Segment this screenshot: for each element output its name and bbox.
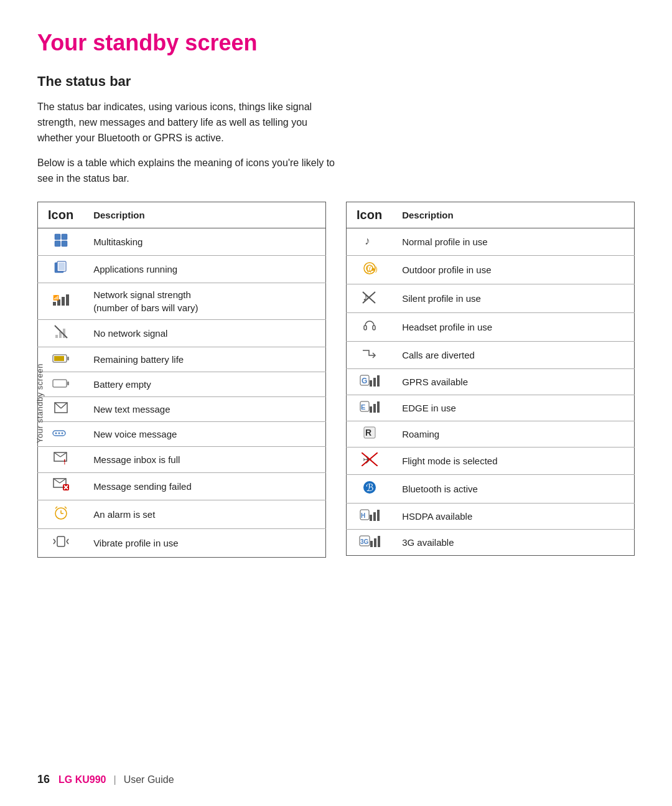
svg-text:ℬ: ℬ [366,482,374,493]
svg-text:E: E [361,403,365,411]
icon-cell [38,319,84,347]
description-cell: Message sending failed [83,472,325,500]
svg-rect-61 [377,375,380,387]
icon-cell [38,472,84,500]
description-cell: Flight mode is selected [392,447,634,474]
svg-point-25 [55,432,57,434]
svg-text:📶: 📶 [53,294,59,301]
table-row: No network signal [38,319,326,347]
table-row: Vibrate profile in use [38,528,326,557]
svg-rect-6 [58,263,65,270]
svg-line-44 [54,539,55,541]
table-row: ♪ Normal profile in use [347,228,635,255]
icon-cell [38,421,84,446]
table-row: G GPRS available [347,368,635,395]
svg-text:!: ! [63,458,66,464]
table-row: ((●)) Outdoor profile in use [347,255,635,284]
svg-rect-12 [55,335,58,338]
table-row: H HSDPA available [347,503,635,529]
table-row: R Roaming [347,421,635,447]
svg-line-47 [67,541,68,544]
icon-cell: G [347,368,393,395]
icon-cell [347,312,393,341]
svg-text:G: G [362,377,367,385]
table-row: ✈ Flight mode is selected [347,447,635,474]
icon-cell [38,255,84,283]
table-row: ! Message inbox is full [38,446,326,472]
footer-separator: | [114,774,116,785]
table-row: Applications running [38,255,326,283]
svg-rect-66 [377,401,380,413]
description-cell: EDGE in use [392,395,634,421]
table-row: ♪ Silent profile in use [347,284,635,312]
svg-rect-82 [374,538,376,547]
svg-rect-64 [370,406,372,413]
svg-line-41 [55,507,57,508]
svg-rect-56 [373,326,375,330]
description-cell: New text message [83,396,325,421]
table-row: 📶 Network signal strength(number of bars… [38,283,326,319]
svg-rect-1 [62,234,67,240]
description-cell: Calls are diverted [392,341,634,368]
svg-rect-20 [67,382,69,385]
table-row: Headset profile in use [347,312,635,341]
description-cell: HSDPA available [392,503,634,529]
svg-rect-17 [54,356,64,361]
icon-cell [38,228,84,255]
svg-text:3G: 3G [360,538,369,545]
table1-col1-header: Icon [38,202,84,228]
svg-rect-78 [377,510,380,521]
description-cell: Multitasking [83,228,325,255]
svg-rect-19 [53,380,67,387]
svg-rect-65 [373,404,376,413]
table-row: New voice message [38,421,326,446]
icon-cell [38,347,84,372]
svg-rect-59 [370,380,372,387]
sidebar-label: Your standby screen [35,363,44,443]
icon-cell: E [347,395,393,421]
svg-rect-76 [370,515,372,521]
svg-rect-0 [55,234,60,240]
svg-text:H: H [361,512,365,519]
svg-rect-2 [55,241,60,246]
icon-cell: ! [38,446,84,472]
svg-point-27 [61,432,63,434]
icon-cell [38,396,84,421]
icon-table-right: Icon Description ♪ Normal profile in use… [346,202,635,556]
svg-rect-43 [57,537,65,546]
icon-cell [38,372,84,396]
description-cell: Message inbox is full [83,446,325,472]
svg-line-29 [54,452,60,457]
icon-cell [38,528,84,557]
icon-cell [347,341,393,368]
tables-container: Icon Description Multitasking Applicatio… [37,202,635,558]
description-cell: Normal profile in use [392,228,634,255]
table2-col1-header: Icon [347,202,393,228]
icon-cell: 📶 [38,283,84,319]
svg-text:R: R [365,428,371,438]
description-cell: Vibrate profile in use [83,528,325,557]
section-title: The status bar [37,73,635,90]
table-row: Calls are diverted [347,341,635,368]
description-cell: Bluetooth is active [392,474,634,503]
description-cell: Applications running [83,255,325,283]
icon-cell: ((●)) [347,255,393,284]
svg-point-26 [58,432,60,434]
footer-page-number: 16 [37,773,50,786]
svg-line-42 [65,507,67,508]
description-cell: Roaming [392,421,634,447]
svg-line-45 [54,541,55,544]
svg-rect-83 [378,536,380,547]
icon-cell: 3G [347,529,393,555]
description-cell: 3G available [392,529,634,555]
svg-line-30 [60,452,67,457]
intro-paragraph-1: The status bar indicates, using various … [37,100,336,146]
table-row: An alarm is set [38,500,326,528]
table-row: Remaining battery life [38,347,326,372]
page-title: Your standby screen [37,30,635,56]
svg-text:((●)): ((●)) [366,265,378,273]
icon-cell: ℬ [347,474,393,503]
svg-rect-77 [373,512,376,521]
description-cell: Silent profile in use [392,284,634,312]
svg-rect-10 [66,294,69,306]
